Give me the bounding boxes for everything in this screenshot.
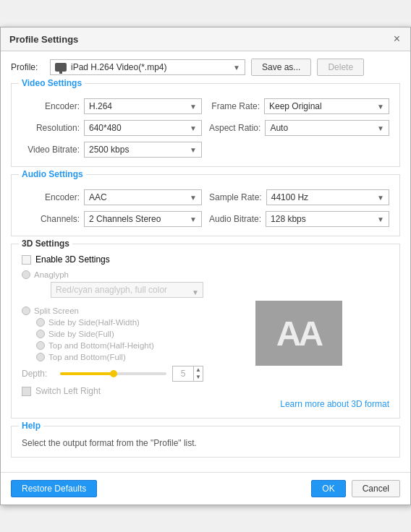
depth-down-icon[interactable]: ▼ <box>194 374 203 381</box>
threed-right: AA <box>208 270 389 396</box>
enable-3d-label: Enable 3D Settings <box>35 254 110 265</box>
audio-left-col: Encoder: AAC ▼ Channels: 2 Channels <box>22 189 202 227</box>
help-section: Help Select the output format from the "… <box>11 426 400 458</box>
sample-rate-label: Sample Rate: <box>209 192 262 202</box>
cancel-button[interactable]: Cancel <box>352 480 400 497</box>
anaglyph-radio[interactable] <box>22 270 30 279</box>
learn-more-row: Learn more about 3D format <box>22 399 389 409</box>
sub-radio-2[interactable] <box>36 341 45 350</box>
resolution-select-wrapper[interactable]: 640*480 ▼ <box>84 120 202 136</box>
preview-box: AA <box>255 301 342 366</box>
help-text: Select the output format from the "Profi… <box>22 438 389 448</box>
sub-label-3: Top and Bottom(Full) <box>48 353 126 361</box>
resolution-row: Resolution: 640*480 ▼ <box>22 120 202 136</box>
audio-encoder-select[interactable]: AAC <box>85 190 201 205</box>
enable-3d-checkbox[interactable] <box>22 255 31 265</box>
video-settings-section: Video Settings Encoder: H.264 ▼ <box>11 83 400 167</box>
split-screen-radio-item: Split Screen <box>22 306 203 315</box>
aspect-ratio-label: Aspect Ratio: <box>209 123 260 133</box>
sub-label-2: Top and Bottom(Half-Height) <box>48 341 154 350</box>
dialog-body: Profile: iPad H.264 Video(*.mp4) ▼ Save … <box>1 51 410 472</box>
split-screen-radio[interactable] <box>22 306 30 315</box>
depth-label: Depth: <box>22 369 54 379</box>
save-as-button[interactable]: Save as... <box>251 59 311 76</box>
restore-defaults-button[interactable]: Restore Defaults <box>11 480 97 497</box>
aspect-ratio-row: Aspect Ratio: Auto ▼ <box>209 120 389 136</box>
sub-option-2: Top and Bottom(Half-Height) <box>36 341 203 350</box>
split-screen-label: Split Screen <box>34 306 79 315</box>
threed-body: Anaglyph Red/cyan anaglyph, full color ▼… <box>22 270 389 396</box>
video-right-col: Frame Rate: Keep Original ▼ Aspect Ratio… <box>209 98 389 158</box>
audio-bitrate-select-wrapper[interactable]: 128 kbps ▼ <box>266 211 389 227</box>
anaglyph-radio-item: Anaglyph <box>22 270 203 279</box>
anaglyph-label: Anaglyph <box>34 270 69 279</box>
frame-rate-select-wrapper[interactable]: Keep Original ▼ <box>264 98 389 114</box>
video-settings-grid: Encoder: H.264 ▼ Resolution: 640*480 <box>22 98 389 158</box>
profile-label: Profile: <box>11 62 44 72</box>
video-bitrate-select[interactable]: 2500 kbps <box>85 142 201 157</box>
resolution-select[interactable]: 640*480 <box>85 121 201 135</box>
depth-slider[interactable] <box>60 372 166 375</box>
threed-settings-section: 3D Settings Enable 3D Settings Anaglyph … <box>11 244 400 419</box>
depth-row: Depth: ▲ ▼ <box>22 366 203 382</box>
threed-left: Anaglyph Red/cyan anaglyph, full color ▼… <box>22 270 203 396</box>
close-button[interactable]: × <box>392 33 402 45</box>
sample-rate-row: Sample Rate: 44100 Hz ▼ <box>209 189 389 205</box>
profile-select[interactable]: iPad H.264 Video(*.mp4) ▼ <box>50 59 245 75</box>
video-bitrate-label: Video Bitrate: <box>22 145 80 155</box>
audio-settings-title: Audio Settings <box>19 169 86 179</box>
profile-select-arrow-icon: ▼ <box>233 64 240 72</box>
audio-settings-grid: Encoder: AAC ▼ Channels: 2 Channels <box>22 189 389 227</box>
encoder-select-wrapper[interactable]: H.264 ▼ <box>84 98 202 114</box>
frame-rate-select[interactable]: Keep Original <box>265 99 389 113</box>
video-left-col: Encoder: H.264 ▼ Resolution: 640*480 <box>22 98 202 158</box>
sample-rate-select-wrapper[interactable]: 44100 Hz ▼ <box>266 189 389 205</box>
sub-label-0: Side by Side(Half-Width) <box>48 318 140 327</box>
encoder-label: Encoder: <box>22 101 80 111</box>
channels-select-wrapper[interactable]: 2 Channels Stereo ▼ <box>84 211 202 227</box>
enable-3d-row: Enable 3D Settings <box>22 254 389 265</box>
sample-rate-select[interactable]: 44100 Hz <box>267 190 389 205</box>
sub-radio-3[interactable] <box>36 353 45 361</box>
sub-label-1: Side by Side(Full) <box>48 330 114 338</box>
depth-input[interactable] <box>173 367 193 380</box>
profile-row: Profile: iPad H.264 Video(*.mp4) ▼ Save … <box>11 59 400 76</box>
preview-text: AA <box>276 314 321 353</box>
depth-slider-thumb <box>110 370 117 377</box>
depth-arrows: ▲ ▼ <box>193 366 203 381</box>
audio-encoder-label: Encoder: <box>22 192 80 202</box>
title-bar: Profile Settings × <box>1 27 410 51</box>
video-bitrate-row: Video Bitrate: 2500 kbps ▼ <box>22 142 202 158</box>
aspect-ratio-select-wrapper[interactable]: Auto ▼ <box>265 120 389 136</box>
depth-up-icon[interactable]: ▲ <box>194 366 203 374</box>
channels-label: Channels: <box>22 214 80 224</box>
channels-select[interactable]: 2 Channels Stereo <box>85 212 201 226</box>
anaglyph-select-wrapper: Red/cyan anaglyph, full color ▼ <box>36 282 203 302</box>
video-bitrate-select-wrapper[interactable]: 2500 kbps ▼ <box>84 142 202 158</box>
encoder-row: Encoder: H.264 ▼ <box>22 98 202 114</box>
aspect-ratio-select[interactable]: Auto <box>266 121 389 135</box>
audio-right-col: Sample Rate: 44100 Hz ▼ Audio Bitrate: <box>209 189 389 227</box>
device-icon <box>55 63 67 72</box>
audio-bitrate-select[interactable]: 128 kbps <box>266 212 389 226</box>
profile-value: iPad H.264 Video(*.mp4) <box>71 62 229 72</box>
sub-option-1: Side by Side(Full) <box>36 330 203 338</box>
switch-checkbox <box>22 387 31 396</box>
switch-label: Switch Left Right <box>35 386 101 396</box>
audio-settings-section: Audio Settings Encoder: AAC ▼ Channels: <box>11 174 400 236</box>
encoder-select[interactable]: H.264 <box>85 99 201 113</box>
audio-encoder-select-wrapper[interactable]: AAC ▼ <box>84 189 202 205</box>
delete-button[interactable]: Delete <box>317 59 364 76</box>
help-title: Help <box>19 421 43 431</box>
ok-button[interactable]: OK <box>311 480 345 497</box>
switch-row: Switch Left Right <box>22 386 203 396</box>
dialog-title: Profile Settings <box>9 34 78 45</box>
learn-more-link[interactable]: Learn more about 3D format <box>280 399 389 409</box>
frame-rate-label: Frame Rate: <box>209 101 260 111</box>
sub-radio-1[interactable] <box>36 330 45 338</box>
channels-row: Channels: 2 Channels Stereo ▼ <box>22 211 202 227</box>
depth-spinbox[interactable]: ▲ ▼ <box>172 366 203 382</box>
footer-right: OK Cancel <box>311 480 400 497</box>
sub-radio-0[interactable] <box>36 318 45 327</box>
sub-option-0: Side by Side(Half-Width) <box>36 318 203 327</box>
